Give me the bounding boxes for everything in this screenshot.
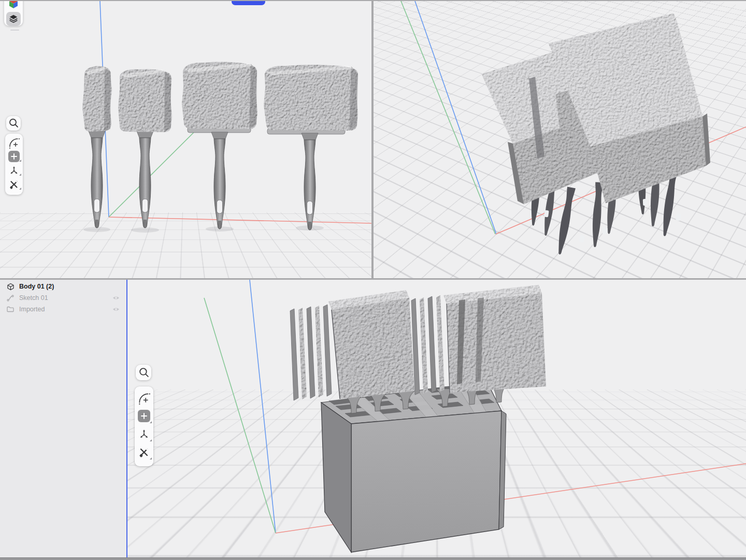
sketch-arc-icon	[137, 391, 151, 405]
cube-icon	[6, 282, 15, 291]
sidebar-item-imported[interactable]: Imported	[0, 304, 126, 315]
viewport-front[interactable]	[0, 1, 371, 278]
add-tool-button[interactable]	[135, 407, 153, 425]
transform-gizmo-icon	[8, 165, 20, 176]
zoom-search-icon	[137, 366, 150, 379]
add-tool-button[interactable]	[5, 149, 23, 163]
box-left-face	[321, 403, 351, 552]
app-window: Body 01 (2) Sketch 01	[0, 0, 746, 560]
submenu-corner	[19, 174, 21, 176]
visibility-eye-icon[interactable]	[111, 294, 120, 303]
paintbrush-model-4[interactable]	[264, 65, 358, 230]
visibility-eye-icon[interactable]	[111, 305, 120, 314]
submenu-corner	[19, 188, 21, 190]
sketch-arc-icon	[8, 136, 20, 149]
orientation-cube-button[interactable]	[6, 1, 21, 11]
brush-holder-box-model[interactable]	[321, 382, 506, 552]
submenu-corner	[150, 421, 152, 423]
window-bottom-edge	[0, 557, 746, 560]
window-tab-indicator[interactable]	[232, 1, 265, 5]
layers-icon	[8, 13, 19, 24]
add-icon	[138, 410, 150, 422]
submenu-corner	[150, 457, 152, 460]
tools-tool-button[interactable]	[5, 177, 23, 191]
viewport-top[interactable]	[374, 1, 746, 278]
sidebar-item-sketch[interactable]: Sketch 01	[0, 292, 126, 304]
quick-palette	[4, 1, 23, 26]
layers-button[interactable]	[6, 12, 21, 26]
items-sidebar: Body 01 (2) Sketch 01	[0, 280, 126, 557]
submenu-corner	[19, 160, 21, 162]
paintbrush-model-2[interactable]	[118, 69, 172, 228]
sketch-tool-button[interactable]	[135, 389, 153, 407]
transform-tool-button[interactable]	[5, 163, 23, 177]
sidebar-item-label: Sketch 01	[19, 294, 107, 301]
tools-tool-button[interactable]	[135, 443, 153, 461]
sketch-tool-button[interactable]	[5, 135, 23, 149]
tool-palette	[5, 134, 23, 195]
paintbrush-grid-model[interactable]	[482, 13, 710, 255]
tools-icon	[8, 179, 20, 190]
zoom-tool-button[interactable]	[136, 365, 151, 380]
scene-top-view	[374, 1, 746, 278]
box-front-face	[351, 411, 501, 552]
brush-shadows	[83, 225, 324, 233]
sidebar-item-body[interactable]: Body 01 (2)	[0, 281, 126, 292]
zoom-tool-button[interactable]	[6, 116, 21, 131]
add-icon	[8, 151, 20, 162]
orientation-cube-icon	[7, 1, 20, 10]
sidebar-item-label: Body 01 (2)	[19, 283, 120, 290]
zoom-search-icon	[7, 117, 20, 130]
tools-icon	[138, 446, 150, 458]
transform-gizmo-icon	[138, 428, 150, 440]
sketch-spline-icon	[6, 294, 15, 302]
transform-tool-button[interactable]	[135, 425, 153, 443]
paintbrush-model-1[interactable]	[82, 66, 112, 228]
tool-palette	[135, 386, 153, 466]
scene-front-view	[0, 1, 371, 278]
viewport-perspective[interactable]	[127, 280, 746, 557]
folder-icon	[6, 305, 15, 313]
brush-cluster-right[interactable]	[411, 285, 546, 395]
brush-cluster-left[interactable]	[290, 290, 414, 400]
palette-divider	[10, 30, 19, 31]
scene-perspective-view	[127, 280, 746, 557]
submenu-corner	[150, 439, 152, 441]
sidebar-item-label: Imported	[19, 306, 107, 313]
paintbrush-model-3[interactable]	[182, 62, 257, 229]
